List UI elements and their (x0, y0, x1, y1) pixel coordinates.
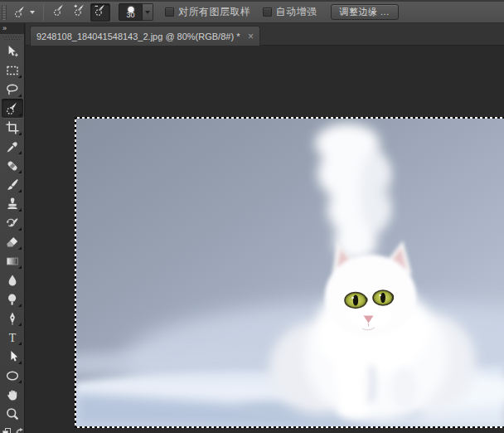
tool-path-selection[interactable] (2, 347, 23, 366)
subtract-from-selection-mode-button[interactable] (90, 3, 110, 22)
tool-brush[interactable] (2, 175, 23, 194)
tool-quick-selection[interactable] (2, 99, 23, 118)
tools-panel: » T (0, 23, 25, 433)
tool-crop[interactable] (2, 118, 23, 137)
brush-size-widget: 30 (119, 3, 153, 21)
options-bar: 30 对所有图层取样 自动增强 调整边缘 ... (0, 0, 504, 23)
swap-colors-icon[interactable] (15, 425, 25, 433)
tool-gradient[interactable] (2, 251, 23, 270)
sample-all-layers-label: 对所有图层取样 (178, 5, 251, 19)
add-to-selection-mode-button[interactable] (70, 3, 90, 22)
selection-mode-group (49, 3, 110, 22)
document-tab-strip: 9248108_184041548143_2.jpg @ 80%(RGB/8#)… (26, 23, 504, 46)
tool-type[interactable]: T (2, 328, 23, 347)
svg-text:T: T (8, 332, 16, 344)
add-to-selection-icon (73, 3, 87, 21)
divider (43, 4, 44, 21)
subtract-from-selection-icon (94, 3, 108, 21)
tool-eyedropper[interactable] (2, 137, 23, 156)
tool-lasso[interactable] (2, 80, 23, 99)
options-bar-grip[interactable] (2, 5, 7, 20)
new-selection-icon (52, 3, 66, 21)
tool-preset-button[interactable] (12, 4, 36, 20)
tool-move[interactable] (2, 41, 23, 61)
tool-spot-healing-brush[interactable] (2, 156, 23, 175)
tool-clone-stamp[interactable] (2, 194, 23, 213)
tools-list: T (0, 41, 24, 423)
quick-selection-brush-icon (13, 5, 27, 19)
tools-panel-bottom (0, 425, 25, 433)
refine-edge-button[interactable]: 调整边缘 ... (331, 4, 399, 20)
cat-photo (75, 117, 504, 428)
document-tab[interactable]: 9248108_184041548143_2.jpg @ 80%(RGB/8#)… (30, 26, 260, 46)
tool-zoom[interactable] (2, 404, 23, 423)
close-icon[interactable]: × (248, 32, 254, 41)
photoshop-window: 30 对所有图层取样 自动增强 调整边缘 ... » T 9248108_184… (0, 0, 504, 433)
auto-enhance-checkbox[interactable] (263, 7, 272, 17)
sample-all-layers-checkbox[interactable] (165, 7, 174, 17)
document-area: 9248108_184041548143_2.jpg @ 80%(RGB/8#)… (26, 23, 504, 433)
selection-marching-ants-top (75, 117, 504, 119)
chevron-down-icon (30, 11, 35, 14)
tool-history-brush[interactable] (2, 213, 23, 232)
tool-rectangular-marquee[interactable] (2, 61, 23, 80)
tool-blur[interactable] (2, 270, 23, 289)
selection-marching-ants-bottom (75, 426, 504, 428)
tool-hand[interactable] (2, 385, 23, 404)
sample-all-layers-option: 对所有图层取样 (165, 5, 251, 19)
brush-size-dropdown-button[interactable] (143, 3, 153, 21)
tools-panel-collapse-button[interactable]: » (0, 23, 24, 34)
brush-size-value: 30 (119, 11, 142, 20)
default-colors-icon[interactable] (2, 425, 12, 433)
canvas-image[interactable] (75, 117, 504, 428)
document-tab-title: 9248108_184041548143_2.jpg @ 80%(RGB/8#)… (36, 32, 243, 41)
tool-pen[interactable] (2, 309, 23, 328)
tool-dodge[interactable] (2, 289, 23, 309)
tool-ellipse[interactable] (2, 366, 23, 385)
tools-panel-grip[interactable] (0, 34, 24, 41)
brush-size-preview[interactable]: 30 (119, 3, 143, 21)
auto-enhance-option: 自动增强 (263, 5, 317, 19)
new-selection-mode-button[interactable] (49, 3, 69, 22)
chevron-down-icon (145, 11, 150, 14)
tool-eraser[interactable] (2, 232, 23, 251)
selection-marching-ants-left (75, 117, 76, 428)
auto-enhance-label: 自动增强 (276, 5, 317, 19)
